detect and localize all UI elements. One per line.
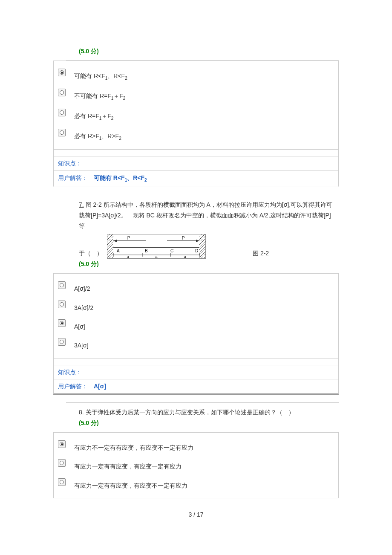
answer-value: A[σ] <box>94 383 106 390</box>
figure-2-2: P P A B C D a a <box>107 234 206 259</box>
spacer <box>53 150 339 156</box>
q7-user-answer: 用户解答： A[σ] <box>53 379 339 394</box>
figure-label: 图 2-2 <box>253 248 269 259</box>
question-6: (5.0 分) 可能有 R<F1、R<F2 不可能有 R=F1＋F2 必有 R=… <box>53 43 339 187</box>
option-text: 必有 R=F1＋F2 <box>74 109 113 122</box>
q6-knowledge: 知识点： <box>53 156 339 171</box>
q7-stem: 7. 图 2-2 所示结构中，各段杆的横截面面积均为 A，材料的拉压许用应力均为… <box>66 195 339 274</box>
svg-rect-0 <box>107 234 113 258</box>
q8-options: 有应力不一定有有应变，有应变不一定有应力 有应力一定有有应变，有应变一定有应力 … <box>53 432 339 498</box>
svg-text:a: a <box>127 254 129 258</box>
q8-option-c[interactable]: 有应力一定有有应变，有应变不一定有应力 <box>54 475 338 494</box>
radio-icon <box>58 319 66 327</box>
q7-option-d[interactable]: 3A[σ] <box>54 335 338 353</box>
answer-value: 可能有 R<F1、R<F2 <box>94 174 147 181</box>
answer-label: 用户解答： <box>58 174 88 181</box>
page-number: 3 / 17 <box>53 511 339 518</box>
q8-stem: 8. 关于弹性体受力后某一方向的应力与应变关系，如下哪个论述是正确的？（ ） (… <box>66 402 339 432</box>
svg-text:P: P <box>182 236 185 240</box>
option-text: 必有 R>F1、R>F2 <box>74 129 121 142</box>
svg-text:P: P <box>127 236 130 240</box>
q8-option-a[interactable]: 有应力不一定有有应变，有应变不一定有应力 <box>54 437 338 456</box>
q6-score-row: (5.0 分) <box>66 43 339 61</box>
spacer <box>53 358 339 365</box>
knowledge-label: 知识点： <box>58 369 82 376</box>
answer-label: 用户解答： <box>58 383 88 390</box>
radio-icon <box>58 301 66 308</box>
q7-option-b[interactable]: 3A[σ]/2 <box>54 297 338 316</box>
q6-options: 可能有 R<F1、R<F2 不可能有 R=F1＋F2 必有 R=F1＋F2 必有… <box>53 61 339 150</box>
q6-option-b[interactable]: 不可能有 R=F1＋F2 <box>54 85 338 105</box>
radio-icon <box>58 89 66 96</box>
svg-marker-4 <box>113 240 117 242</box>
svg-text:C: C <box>170 249 173 253</box>
q6-option-a[interactable]: 可能有 R<F1、R<F2 <box>54 65 338 85</box>
radio-icon <box>58 129 66 136</box>
q6-option-d[interactable]: 必有 R>F1、R>F2 <box>54 125 338 145</box>
svg-text:D: D <box>195 249 198 253</box>
option-text: 3A[σ] <box>74 338 89 350</box>
q8-option-b[interactable]: 有应力一定有有应变，有应变一定有应力 <box>54 456 338 474</box>
q6-user-answer: 用户解答： 可能有 R<F1、R<F2 <box>53 171 339 187</box>
radio-icon <box>58 281 66 289</box>
option-text: A[σ]/2 <box>74 281 90 293</box>
option-text: A[σ] <box>74 319 85 331</box>
q6-score: (5.0 分) <box>79 48 99 55</box>
option-text: 不可能有 R=F1＋F2 <box>74 89 125 102</box>
svg-text:a: a <box>184 254 186 258</box>
option-text: 有应力不一定有有应变，有应变不一定有应力 <box>74 440 193 452</box>
question-7: 7. 图 2-2 所示结构中，各段杆的横截面面积均为 A，材料的拉压许用应力均为… <box>53 195 339 395</box>
radio-icon <box>58 109 66 116</box>
option-text: 3A[σ]/2 <box>74 301 93 312</box>
q7-score: (5.0 分) <box>79 260 99 267</box>
radio-icon <box>58 338 66 346</box>
q7-knowledge: 知识点： <box>53 365 339 379</box>
radio-icon <box>58 459 66 467</box>
svg-text:B: B <box>145 249 148 253</box>
svg-text:a: a <box>155 254 157 258</box>
q8-text: 关于弹性体受力后某一方向的应力与应变关系，如下哪个论述是正确的？（ ） <box>86 409 294 416</box>
option-text: 有应力一定有有应变，有应变一定有应力 <box>74 459 182 471</box>
radio-icon <box>58 478 66 486</box>
q7-number: 7. <box>79 201 84 208</box>
radio-icon <box>58 69 66 76</box>
option-text: 有应力一定有有应变，有应变不一定有应力 <box>74 478 187 490</box>
q7-text-tail: 于（ ） <box>79 248 103 259</box>
q7-options: A[σ]/2 3A[σ]/2 A[σ] 3A[σ] <box>53 273 339 358</box>
svg-rect-1 <box>199 234 205 258</box>
radio-icon <box>58 440 66 448</box>
q8-score: (5.0 分) <box>79 419 99 426</box>
svg-text:A: A <box>117 249 120 253</box>
q6-option-c[interactable]: 必有 R=F1＋F2 <box>54 105 338 125</box>
q7-text: 图 2-2 所示结构中，各段杆的横截面面积均为 A，材料的拉压许用应力均为[σ]… <box>79 201 332 229</box>
question-8: 8. 关于弹性体受力后某一方向的应力与应变关系，如下哪个论述是正确的？（ ） (… <box>53 402 339 499</box>
q7-option-a[interactable]: A[σ]/2 <box>54 278 338 297</box>
knowledge-label: 知识点： <box>58 160 82 167</box>
svg-marker-7 <box>196 240 199 242</box>
option-text: 可能有 R<F1、R<F2 <box>74 69 127 82</box>
q8-number: 8. <box>79 409 84 416</box>
q7-option-c[interactable]: A[σ] <box>54 316 338 335</box>
